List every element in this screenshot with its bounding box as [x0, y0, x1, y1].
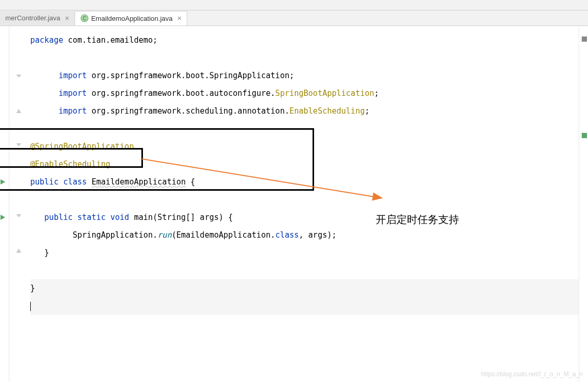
code-line: import org.springframework.boot.autoconf… — [30, 84, 579, 102]
svg-text:C: C — [82, 16, 86, 21]
java-class-icon: C — [80, 14, 89, 22]
code-line: SpringApplication.run(EmaildemoApplicati… — [30, 226, 579, 244]
right-marker-gutter — [579, 26, 588, 382]
run-icon[interactable] — [0, 177, 6, 187]
fold-icon[interactable] — [16, 73, 22, 79]
fold-icon[interactable] — [16, 213, 22, 219]
editor-tab-bar: merController.java × C EmaildemoApplicat… — [0, 10, 588, 26]
svg-marker-5 — [16, 109, 21, 113]
code-line — [30, 191, 579, 208]
code-line: @SpringBootApplication — [30, 138, 579, 155]
code-line — [30, 262, 579, 279]
code-line — [30, 120, 579, 138]
ok-marker[interactable] — [582, 130, 587, 135]
fold-icon[interactable] — [16, 108, 22, 115]
text-cursor — [30, 302, 31, 311]
run-icon[interactable] — [0, 213, 6, 223]
code-line — [30, 297, 579, 315]
svg-marker-6 — [16, 143, 21, 146]
warning-marker[interactable] — [582, 34, 587, 39]
code-editor[interactable]: package com.tian.emaildemo; import org.s… — [0, 26, 588, 382]
tab-label: EmaildemoApplication.java — [91, 15, 173, 22]
svg-marker-2 — [1, 179, 5, 184]
tab-mer-controller[interactable]: merController.java × — [0, 11, 75, 26]
close-icon[interactable]: × — [177, 14, 182, 22]
line-gutter — [9, 26, 30, 382]
svg-marker-7 — [16, 214, 21, 217]
code-line: } — [30, 244, 579, 262]
left-margin-gutter — [0, 26, 9, 382]
code-line: package com.tian.emaildemo; — [30, 31, 579, 49]
fold-icon[interactable] — [16, 248, 22, 254]
code-area[interactable]: package com.tian.emaildemo; import org.s… — [30, 26, 579, 382]
tab-emaildemo-application[interactable]: C EmaildemoApplication.java × — [75, 11, 187, 26]
code-line: @EnableScheduling — [30, 155, 579, 173]
code-line: import org.springframework.scheduling.an… — [30, 102, 579, 120]
code-line: public class EmaildemoApplication { — [30, 173, 579, 191]
svg-marker-8 — [16, 249, 21, 253]
svg-marker-4 — [16, 75, 21, 78]
fold-icon[interactable] — [16, 142, 22, 148]
close-icon[interactable]: × — [65, 14, 69, 22]
svg-rect-9 — [582, 36, 587, 42]
code-line: import org.springframework.boot.SpringAp… — [30, 67, 579, 84]
code-line: public static void main(String[] args) { — [30, 208, 579, 226]
code-line — [30, 49, 579, 67]
svg-marker-3 — [1, 215, 5, 220]
svg-rect-10 — [582, 133, 587, 138]
toolbar-area — [0, 0, 588, 10]
code-line: } — [30, 279, 579, 297]
tab-label: merController.java — [5, 14, 61, 22]
